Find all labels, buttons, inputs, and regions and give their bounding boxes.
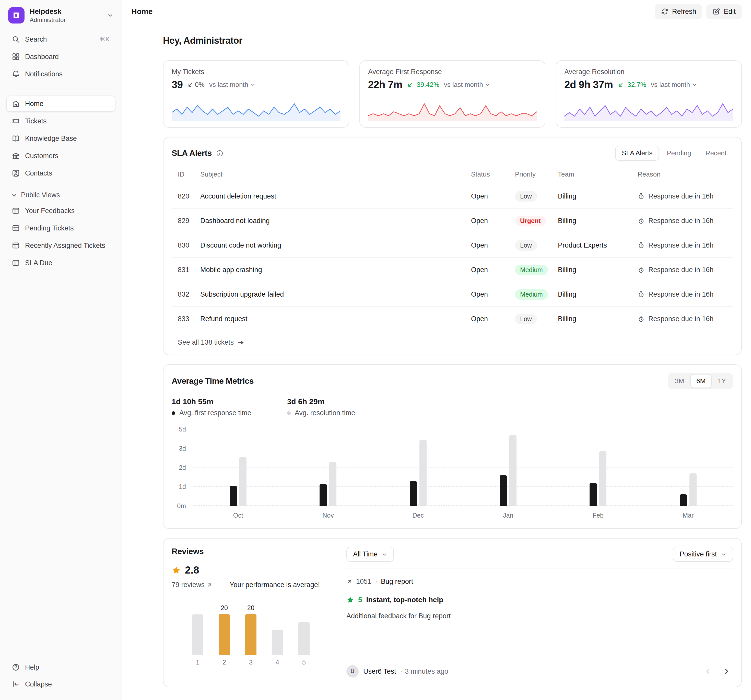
sla-alerts-title: SLA Alerts: [172, 148, 224, 158]
edit-label: Edit: [724, 8, 736, 15]
rating-bar-3: 203: [245, 604, 257, 655]
see-all-tickets-link[interactable]: See all 138 tickets: [178, 338, 733, 346]
stats-row: My Tickets 39 0% vs last month: [163, 60, 742, 128]
building-icon: [12, 152, 20, 160]
range-6m[interactable]: 6M: [690, 374, 712, 388]
priority-badge: Medium: [515, 289, 548, 300]
refresh-icon: [661, 8, 669, 15]
sla-ticket-row[interactable]: 831 Mobile app crashing Open Medium Bill…: [172, 258, 733, 282]
stat-compare-dropdown[interactable]: vs last month: [651, 81, 697, 89]
bell-icon: [12, 70, 20, 78]
performance-note: Your performance is average!: [230, 581, 320, 589]
sidebar-item-pending-tickets[interactable]: Pending Tickets: [6, 220, 116, 236]
review-title: Instant, top-notch help: [366, 596, 443, 604]
app-root: Helpdesk Administrator Search ⌘K Dashboa…: [0, 0, 751, 700]
tab-recent[interactable]: Recent: [699, 145, 733, 161]
public-views-section-header[interactable]: Public Views: [6, 191, 116, 199]
bar-group-feb: Feb: [590, 429, 606, 506]
average-time-metrics-card: Average Time Metrics 3M 6M 1Y 1d 10h 55m…: [163, 364, 742, 529]
workspace-switcher[interactable]: Helpdesk Administrator: [8, 7, 113, 23]
legend-resolution: 3d 6h 29m Avg. resolution time: [287, 397, 355, 417]
timer-icon: [638, 242, 645, 249]
stat-card-avg-resolution: Average Resolution 2d 9h 37m -32.7% vs l…: [556, 60, 742, 128]
sidebar-item-help[interactable]: Help: [6, 659, 116, 675]
sla-ticket-row[interactable]: 833 Refund request Open Low Billing Resp…: [172, 307, 733, 331]
chevron-down-icon: [382, 552, 387, 557]
review-ticket-link[interactable]: 1051 · Bug report: [346, 578, 733, 586]
tab-sla-alerts[interactable]: SLA Alerts: [615, 145, 659, 161]
sla-ticket-row[interactable]: 820 Account deletion request Open Low Bi…: [172, 184, 733, 209]
chevron-down-icon: [692, 82, 697, 87]
sidebar-item-home[interactable]: Home: [6, 96, 116, 112]
bar-group-nov: Nov: [320, 429, 337, 506]
sidebar-item-label: Recently Assigned Tickets: [25, 242, 105, 250]
chevron-down-icon: [485, 82, 490, 87]
rating-bar-2: 202: [219, 604, 230, 655]
tab-pending[interactable]: Pending: [660, 145, 698, 161]
column-header-priority: Priority: [515, 170, 558, 178]
sidebar-item-contacts[interactable]: Contacts: [6, 165, 116, 181]
sidebar-item-dashboard[interactable]: Dashboard: [6, 48, 116, 65]
priority-badge: Low: [515, 191, 537, 202]
sla-ticket-row[interactable]: 830 Discount code not working Open Low P…: [172, 233, 733, 258]
column-header-subject: Subject: [200, 170, 471, 178]
stat-compare-dropdown[interactable]: vs last month: [444, 81, 490, 89]
metrics-title: Average Time Metrics: [172, 376, 253, 386]
sidebar-item-label: Tickets: [25, 117, 47, 125]
review-count-link[interactable]: 79 reviews: [172, 581, 212, 589]
range-1y[interactable]: 1Y: [712, 374, 732, 388]
user-role: Administrator: [29, 16, 102, 24]
sidebar-item-collapse[interactable]: Collapse: [6, 676, 116, 692]
sidebar-item-your-feedbacks[interactable]: Your Feedbacks: [6, 202, 116, 219]
greeting-heading: Hey, Administrator: [163, 35, 742, 46]
trend-down-icon: [407, 82, 413, 88]
column-header-team: Team: [558, 170, 638, 178]
stat-delta: -39.42%: [407, 81, 439, 89]
stat-title: My Tickets: [172, 68, 340, 76]
rating-value: 5: [358, 596, 362, 604]
stat-value: 22h 7m: [368, 79, 402, 90]
sidebar-item-label: Dashboard: [25, 53, 59, 61]
sidebar-item-search[interactable]: Search ⌘K: [6, 31, 116, 48]
avatar: U: [346, 665, 359, 677]
page-content: Hey, Administrator My Tickets 39 0% vs l…: [122, 23, 751, 687]
sidebar: Helpdesk Administrator Search ⌘K Dashboa…: [0, 0, 122, 700]
app-name: Helpdesk: [29, 7, 102, 16]
review-ticket-subject: Bug report: [381, 578, 413, 586]
sidebar-item-tickets[interactable]: Tickets: [6, 113, 116, 129]
metrics-bar-chart: 0m1d2d3d5d OctNovDecJanFebMar: [172, 429, 733, 506]
sidebar-item-notifications[interactable]: Notifications: [6, 66, 116, 82]
contact-card-icon: [12, 169, 20, 177]
arrow-right-icon: [237, 339, 244, 346]
chevron-down-icon: [250, 82, 255, 87]
stat-value: 39: [172, 79, 182, 90]
stat-compare-dropdown[interactable]: vs last month: [209, 81, 255, 89]
review-body: Additional feedback for Bug report: [346, 612, 733, 620]
sla-alerts-card: SLA Alerts SLA Alerts Pending Recent ID …: [163, 137, 742, 355]
range-3m[interactable]: 3M: [669, 374, 690, 388]
chevron-down-icon: [11, 192, 17, 198]
priority-badge: Low: [515, 240, 537, 250]
sort-dropdown[interactable]: Positive first: [673, 547, 733, 562]
sparkline-chart: [368, 100, 537, 121]
sidebar-item-knowledge-base[interactable]: Knowledge Base: [6, 130, 116, 147]
refresh-button[interactable]: Refresh: [655, 4, 703, 19]
legend-first-response: 1d 10h 55m Avg. first response time: [172, 397, 251, 417]
previous-review-button[interactable]: [705, 668, 712, 675]
info-icon[interactable]: [216, 150, 224, 157]
ticket-icon: [12, 117, 20, 125]
sla-ticket-row[interactable]: 829 Dashboard not loading Open Urgent Bi…: [172, 209, 733, 233]
bar-group-dec: Dec: [410, 429, 426, 506]
sidebar-item-label: Contacts: [25, 169, 53, 177]
sidebar-item-customers[interactable]: Customers: [6, 148, 116, 164]
stat-card-my-tickets: My Tickets 39 0% vs last month: [163, 60, 349, 128]
sidebar-item-recently-assigned-tickets[interactable]: Recently Assigned Tickets: [6, 237, 116, 254]
time-filter-dropdown[interactable]: All Time: [346, 547, 394, 562]
trend-down-icon: [618, 82, 624, 88]
sidebar-item-sla-due[interactable]: SLA Due: [6, 255, 116, 271]
metrics-y-axis: 0m1d2d3d5d: [172, 429, 190, 506]
edit-button[interactable]: Edit: [706, 4, 742, 19]
next-review-button[interactable]: [723, 668, 730, 675]
bar-group-mar: Mar: [680, 429, 697, 506]
sla-ticket-row[interactable]: 832 Subscription upgrade failed Open Med…: [172, 282, 733, 307]
